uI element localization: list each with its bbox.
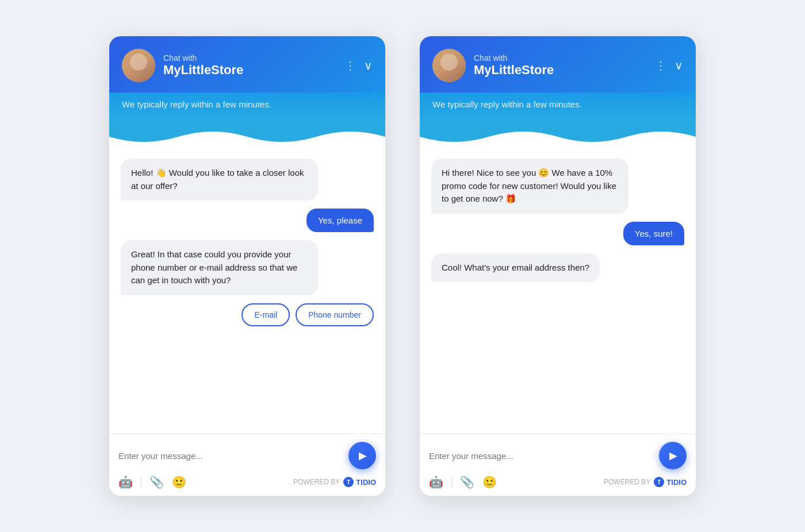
chevron-down-icon-right[interactable]: ∨ [674, 59, 683, 72]
chat-header-right: Chat with MyLittleStore ⋮ ∨ We typically… [420, 36, 696, 147]
chat-header-sub-right: We typically reply within a few minutes. [420, 92, 696, 126]
message-input-row-right: ▶ [429, 442, 687, 469]
chat-header-left: Chat with MyLittleStore ⋮ ∨ We typically… [109, 36, 385, 147]
bot-message-2-right: Cool! What's your email address then? [431, 253, 600, 283]
message-input-right[interactable] [429, 451, 653, 461]
emoji-icon-left[interactable]: 🙂 [172, 475, 186, 489]
tidio-logo-left: T TIDIO [343, 477, 376, 487]
chat-with-label-right: Chat with [474, 53, 647, 63]
bot-message-1-left: Hello! 👋 Would you like to take a closer… [121, 159, 318, 201]
attachment-icon-right[interactable]: 📎 [460, 475, 474, 489]
wave-svg-left [109, 126, 385, 147]
page-wrapper: Chat with MyLittleStore ⋮ ∨ We typically… [0, 13, 805, 519]
avatar-right [432, 49, 466, 82]
avatar-image-right [432, 49, 466, 82]
reply-time-left: We typically reply within a few minutes. [122, 99, 373, 109]
quick-replies-left: E-mail Phone number [241, 303, 374, 326]
message-input-row-left: ▶ [118, 442, 376, 469]
tools-divider-right [451, 476, 452, 488]
tools-divider-left [141, 476, 141, 488]
chat-with-label-left: Chat with [163, 53, 336, 63]
powered-by-left: POWERED BY T TIDIO [293, 477, 376, 487]
header-text-left: Chat with MyLittleStore [163, 53, 336, 78]
chat-header-top-right: Chat with MyLittleStore ⋮ ∨ [420, 36, 696, 92]
bot-icon-left[interactable]: 🤖 [118, 475, 133, 489]
more-options-icon-left[interactable]: ⋮ [344, 59, 356, 72]
send-button-right[interactable]: ▶ [659, 442, 687, 469]
emoji-icon-right[interactable]: 🙂 [482, 475, 497, 489]
avatar-left [122, 49, 155, 82]
bot-message-1-right: Hi there! Nice to see you 😊 We have a 10… [431, 159, 628, 214]
user-message-1-left: Yes, please [306, 209, 374, 232]
powered-by-text-left: POWERED BY [293, 478, 340, 486]
tidio-name-left: TIDIO [356, 478, 376, 487]
header-text-right: Chat with MyLittleStore [474, 53, 647, 78]
send-icon-right: ▶ [669, 449, 677, 462]
chat-widget-right: Chat with MyLittleStore ⋮ ∨ We typically… [420, 36, 696, 496]
user-message-1-right: Yes, sure! [623, 222, 684, 245]
footer-tools-left: 🤖 📎 🙂 POWERED BY T TIDIO [118, 475, 376, 489]
store-name-left: MyLittleStore [163, 63, 336, 78]
tidio-logo-right: T TIDIO [654, 477, 687, 487]
attachment-icon-left[interactable]: 📎 [150, 475, 164, 489]
tidio-icon-left: T [343, 477, 354, 487]
footer-tools-right: 🤖 📎 🙂 POWERED BY T TIDIO [429, 475, 687, 489]
store-name-right: MyLittleStore [474, 63, 647, 78]
message-input-left[interactable] [118, 451, 343, 461]
chat-header-sub-left: We typically reply within a few minutes. [109, 92, 385, 126]
powered-by-right: POWERED BY T TIDIO [604, 477, 687, 487]
more-options-icon-right[interactable]: ⋮ [655, 59, 666, 72]
chat-body-right: Hi there! Nice to see you 😊 We have a 10… [420, 147, 696, 433]
chat-header-top-left: Chat with MyLittleStore ⋮ ∨ [109, 36, 385, 92]
send-icon-left: ▶ [359, 449, 367, 462]
send-button-left[interactable]: ▶ [348, 442, 376, 469]
bot-message-2-left: Great! In that case could you provide yo… [121, 240, 318, 295]
header-icons-left: ⋮ ∨ [344, 59, 373, 72]
avatar-image-left [122, 49, 155, 82]
header-icons-right: ⋮ ∨ [655, 59, 683, 72]
chat-footer-right: ▶ 🤖 📎 🙂 POWERED BY T TIDIO [420, 433, 696, 496]
reply-time-right: We typically reply within a few minutes. [432, 99, 683, 109]
chat-widget-left: Chat with MyLittleStore ⋮ ∨ We typically… [109, 36, 385, 496]
bot-icon-right[interactable]: 🤖 [429, 475, 443, 489]
quick-reply-email-left[interactable]: E-mail [241, 303, 290, 326]
wave-svg-right [420, 126, 696, 147]
chat-body-left: Hello! 👋 Would you like to take a closer… [109, 147, 385, 433]
tidio-icon-right: T [654, 477, 664, 487]
quick-reply-phone-left[interactable]: Phone number [296, 303, 374, 326]
powered-by-text-right: POWERED BY [604, 478, 650, 486]
chevron-down-icon-left[interactable]: ∨ [364, 59, 373, 72]
chat-footer-left: ▶ 🤖 📎 🙂 POWERED BY T TIDIO [109, 433, 385, 496]
tidio-name-right: TIDIO [666, 478, 687, 487]
